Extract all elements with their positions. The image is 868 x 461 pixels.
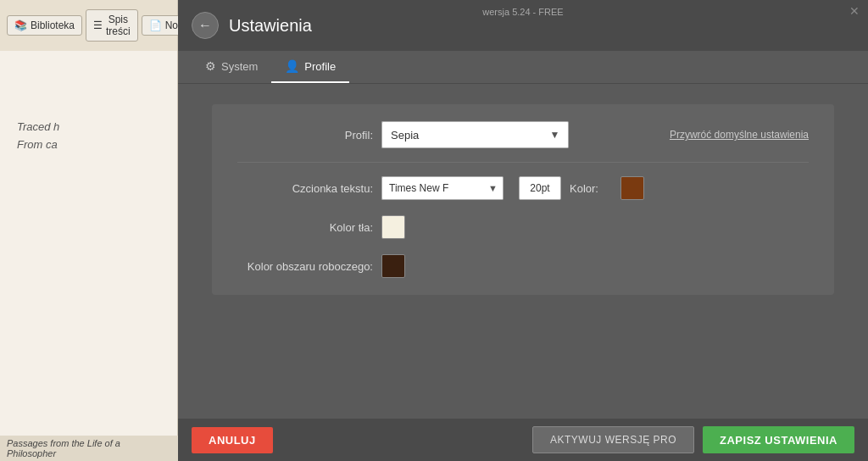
profile-input[interactable] [381,121,542,148]
dialog-header: wersja 5.24 - FREE ← Ustawienia ✕ [178,0,868,51]
profile-row-left: Profil: ▼ [237,121,569,148]
font-dropdown-button[interactable]: ▼ [483,176,504,200]
system-tab-label: System [221,60,258,73]
profile-dropdown-button[interactable]: ▼ [542,121,569,148]
close-icon: ✕ [849,4,860,18]
app-toolbar: 📚 Biblioteka ☰ Spis treści 📄 No [0,0,177,51]
dialog-body: Profil: ▼ Przywróć domyślne ustawienia C… [178,84,868,419]
activate-pro-button[interactable]: AKTYWUJ WERSJĘ PRO [532,426,694,453]
tab-system[interactable]: ⚙ System [192,51,271,83]
nav-toc[interactable]: ☰ Spis treści [86,9,138,42]
system-tab-icon: ⚙ [205,59,216,73]
back-button[interactable]: ← [192,12,219,39]
app-background: 📚 Biblioteka ☰ Spis treści 📄 No Traced h… [0,0,178,461]
form-section: Profil: ▼ Przywróć domyślne ustawienia C… [212,104,834,295]
profile-label: Profil: [237,129,373,142]
profile-row: Profil: ▼ Przywróć domyślne ustawienia [237,121,809,148]
tab-profile[interactable]: 👤 Profile [271,51,349,83]
profile-select-wrap: ▼ [381,121,569,148]
bg-color-row: Kolor tła: [237,215,809,239]
settings-dialog: wersja 5.24 - FREE ← Ustawienia ✕ ⚙ Syst… [178,0,868,461]
dialog-footer: ANULUJ AKTYWUJ WERSJĘ PRO ZAPISZ USTAWIE… [178,419,868,461]
footer-right: AKTYWUJ WERSJĘ PRO ZAPISZ USTAWIENIA [532,426,854,453]
chevron-down-icon: ▼ [550,129,560,141]
font-input[interactable] [381,176,483,200]
restore-defaults-link[interactable]: Przywróć domyślne ustawienia [670,129,809,141]
font-chevron-icon: ▼ [488,183,498,193]
app-content: Traced h From ca [0,51,177,222]
font-color-swatch[interactable] [620,176,644,200]
workspace-color-label: Kolor obszaru roboczego: [237,260,373,273]
save-settings-button[interactable]: ZAPISZ USTAWIENIA [703,426,854,453]
workspace-color-row: Kolor obszaru roboczego: [237,254,809,278]
notes-icon: 📄 [149,19,162,31]
close-button[interactable]: ✕ [849,5,860,17]
font-label: Czcionka tekstu: [237,182,373,195]
profile-tab-label: Profile [304,60,336,73]
bg-color-label: Kolor tła: [237,221,373,234]
divider [237,162,809,163]
workspace-color-swatch[interactable] [381,254,405,278]
cancel-button[interactable]: ANULUJ [192,427,273,453]
dialog-title: Ustawienia [229,16,312,36]
font-size-input[interactable] [519,176,561,200]
font-row: Czcionka tekstu: ▼ Kolor: [237,176,809,200]
app-footer-text: Passages from the Life of a Philosopher [0,436,178,461]
nav-library[interactable]: 📚 Biblioteka [7,15,82,36]
library-icon: 📚 [14,19,27,31]
dialog-tabs: ⚙ System 👤 Profile [178,51,868,84]
version-label: wersja 5.24 - FREE [482,7,563,17]
toc-icon: ☰ [93,19,103,31]
font-color-label: Kolor: [570,182,612,195]
back-icon: ← [198,18,212,33]
font-select-wrap: ▼ [381,176,504,200]
bg-color-swatch[interactable] [381,215,405,239]
profile-tab-icon: 👤 [285,59,299,73]
